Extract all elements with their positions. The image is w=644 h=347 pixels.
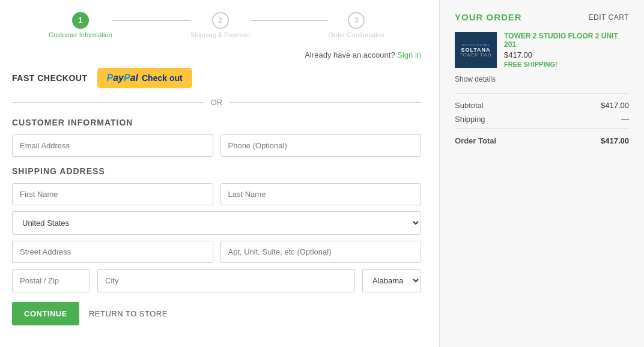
fast-checkout-label: FAST CHECKOUT bbox=[12, 73, 88, 83]
step-2: 2 Shipping & Payment bbox=[190, 12, 251, 38]
city-row: Alabama bbox=[12, 269, 421, 292]
first-name-input[interactable] bbox=[12, 183, 213, 205]
customer-info-row bbox=[12, 134, 421, 157]
order-divider-2 bbox=[455, 128, 629, 129]
total-value: $417.00 bbox=[601, 136, 629, 145]
subtotal-row: Subtotal $417.00 bbox=[455, 101, 629, 110]
shipping-row-value: — bbox=[621, 115, 629, 124]
or-text: OR bbox=[211, 98, 223, 107]
street-row bbox=[12, 241, 421, 263]
subtotal-label: Subtotal bbox=[455, 101, 484, 110]
customer-information-section: CUSTOMER INFORMATION bbox=[12, 118, 421, 157]
last-name-input[interactable] bbox=[220, 183, 422, 205]
paypal-logo-icon: PayPal bbox=[107, 73, 138, 83]
shipping-row-label: Shipping bbox=[455, 115, 485, 124]
country-select[interactable]: United States bbox=[12, 211, 421, 235]
item-image-soltana: SOLTANA bbox=[461, 47, 490, 53]
order-header: YOUR ORDER EDIT CART bbox=[455, 12, 629, 22]
continue-button[interactable]: CONTINUE bbox=[12, 302, 79, 325]
shipping-address-title: SHIPPING ADDRESS bbox=[12, 166, 421, 176]
sign-in-link[interactable]: Sign in bbox=[397, 50, 421, 59]
step-line-1 bbox=[112, 20, 190, 21]
return-to-store-button[interactable]: RETURN TO STORE bbox=[89, 309, 168, 318]
city-input[interactable] bbox=[97, 269, 355, 292]
apt-input[interactable] bbox=[220, 241, 422, 263]
state-select[interactable]: Alabama bbox=[362, 269, 421, 292]
item-thumbnail: INTRODUCING SOLTANA TOWER TWO bbox=[455, 32, 497, 68]
order-item: INTRODUCING SOLTANA TOWER TWO TOWER 2 ST… bbox=[455, 32, 629, 68]
name-row bbox=[12, 183, 421, 205]
step-line-2 bbox=[250, 20, 328, 21]
show-details-link[interactable]: Show details bbox=[455, 75, 629, 83]
your-order-title: YOUR ORDER bbox=[455, 12, 522, 22]
form-buttons: CONTINUE RETURN TO STORE bbox=[12, 302, 421, 325]
postal-input[interactable] bbox=[12, 269, 90, 292]
or-divider: OR bbox=[12, 98, 421, 107]
or-line-left bbox=[12, 102, 204, 103]
edit-cart-link[interactable]: EDIT CART bbox=[589, 13, 629, 22]
paypal-checkout-text: Check out bbox=[142, 73, 183, 83]
shipping-row: Shipping — bbox=[455, 115, 629, 124]
total-row: Order Total $417.00 bbox=[455, 136, 629, 145]
step-3-circle: 3 bbox=[348, 12, 365, 29]
order-summary-panel: YOUR ORDER EDIT CART INTRODUCING SOLTANA… bbox=[440, 0, 644, 347]
step-1-circle: 1 bbox=[72, 12, 89, 29]
step-3-label: Order Confirmation bbox=[328, 31, 384, 38]
item-price: $417.00 bbox=[504, 50, 629, 59]
step-2-label: Shipping & Payment bbox=[190, 31, 251, 38]
subtotal-value: $417.00 bbox=[601, 101, 629, 110]
street-input[interactable] bbox=[12, 241, 213, 263]
phone-input[interactable] bbox=[220, 134, 422, 157]
item-details: TOWER 2 STUDIO FLOOR 2 UNIT 201 $417.00 … bbox=[504, 32, 629, 68]
step-2-circle: 2 bbox=[212, 12, 229, 29]
account-prompt: Already have an account? Sign in bbox=[12, 50, 421, 59]
paypal-button[interactable]: PayPal Check out bbox=[97, 68, 192, 88]
checkout-stepper: 1 Customer Information 2 Shipping & Paym… bbox=[12, 12, 421, 38]
customer-info-title: CUSTOMER INFORMATION bbox=[12, 118, 421, 127]
total-label: Order Total bbox=[455, 136, 496, 145]
item-shipping-label: FREE SHIPPING! bbox=[504, 61, 629, 68]
shipping-address-section: SHIPPING ADDRESS United States Alabama bbox=[12, 166, 421, 292]
or-line-right bbox=[229, 102, 421, 103]
step-1: 1 Customer Information bbox=[49, 12, 112, 38]
item-title: TOWER 2 STUDIO FLOOR 2 UNIT 201 bbox=[504, 32, 629, 49]
step-1-label: Customer Information bbox=[49, 31, 112, 38]
item-image-tower: TOWER TWO bbox=[460, 53, 491, 57]
step-3: 3 Order Confirmation bbox=[328, 12, 384, 38]
email-input[interactable] bbox=[12, 134, 213, 157]
country-row: United States bbox=[12, 211, 421, 235]
fast-checkout-section: FAST CHECKOUT PayPal Check out bbox=[12, 68, 421, 88]
order-divider bbox=[455, 93, 629, 94]
